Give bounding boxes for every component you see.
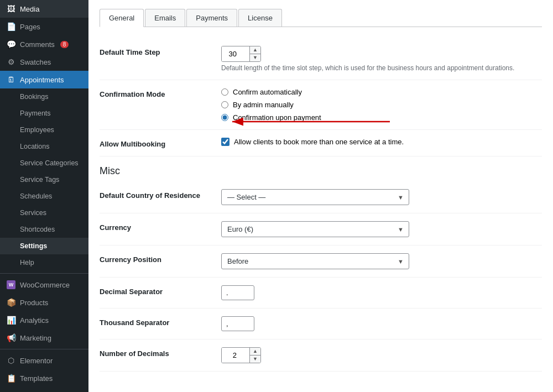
sidebar-item-label: Swatches bbox=[20, 58, 51, 66]
sidebar-item-payments[interactable]: Payments bbox=[0, 105, 88, 122]
tab-payments[interactable]: Payments bbox=[186, 9, 237, 27]
radio-manual-input[interactable] bbox=[221, 101, 228, 108]
form-row-multibooking: Allow Multibooking Allow clients to book… bbox=[100, 130, 542, 156]
sidebar-item-service-tags[interactable]: Service Tags bbox=[0, 171, 88, 188]
sidebar-item-label: Shortcodes bbox=[20, 226, 55, 233]
sidebar-item-comments[interactable]: 💬 Comments 8 bbox=[0, 35, 88, 53]
currency-position-control: Before ▼ bbox=[221, 253, 542, 269]
confirmation-mode-control: Confirm automatically By admin manually … bbox=[221, 88, 542, 122]
multibooking-checkbox[interactable] bbox=[221, 138, 229, 146]
number-decimals-input-wrap: ▲ ▼ bbox=[221, 347, 261, 363]
sidebar-item-analytics[interactable]: 📊 Analytics bbox=[0, 311, 88, 329]
form-row-thousand-separator: Thousand Separator bbox=[100, 309, 542, 339]
sidebar-item-settings[interactable]: Settings bbox=[0, 238, 88, 254]
time-step-hint: Default length of the time slot step, wh… bbox=[221, 64, 542, 72]
sidebar-item-label: Payments bbox=[20, 109, 51, 117]
radio-payment-label: Confirmation upon payment bbox=[233, 113, 321, 122]
multibooking-control: Allow clients to book more than one serv… bbox=[221, 138, 542, 146]
radio-payment-input[interactable] bbox=[221, 114, 228, 121]
media-icon: 🖼 bbox=[7, 4, 15, 13]
country-select[interactable]: — Select — bbox=[221, 189, 409, 205]
sidebar-item-media[interactable]: 🖼 Media bbox=[0, 0, 88, 18]
woocommerce-icon: W bbox=[7, 280, 15, 289]
pages-icon: 📄 bbox=[7, 22, 15, 31]
number-decimals-control: ▲ ▼ bbox=[221, 347, 542, 363]
currency-position-select[interactable]: Before bbox=[221, 253, 409, 269]
sidebar-item-products[interactable]: 📦 Products bbox=[0, 294, 88, 311]
radio-manual-label: By admin manually bbox=[233, 101, 294, 109]
products-icon: 📦 bbox=[7, 298, 15, 307]
sidebar-item-label: Analytics bbox=[20, 316, 49, 325]
sidebar-item-woocommerce[interactable]: W WooCommerce bbox=[0, 276, 88, 294]
sidebar-item-shortcodes[interactable]: Shortcodes bbox=[0, 221, 88, 238]
currency-control: Euro (€) ▼ bbox=[221, 221, 542, 237]
marketing-icon: 📢 bbox=[7, 333, 15, 342]
multibooking-checkbox-label[interactable]: Allow clients to book more than one serv… bbox=[221, 138, 542, 146]
sidebar-item-templates[interactable]: 📋 Templates bbox=[0, 369, 88, 387]
sidebar-item-label: Products bbox=[20, 299, 48, 307]
comments-icon: 💬 bbox=[7, 40, 15, 49]
confirmation-mode-radio-group: Confirm automatically By admin manually … bbox=[221, 88, 542, 122]
decimal-separator-input[interactable] bbox=[221, 285, 254, 300]
form-row-currency: Currency Euro (€) ▼ bbox=[100, 213, 542, 245]
sidebar-item-label: Pages bbox=[20, 23, 40, 31]
form-row-time-step: Default Time Step ▲ ▼ Default length of … bbox=[100, 38, 542, 80]
sidebar-item-label: Services bbox=[20, 209, 46, 217]
sidebar-item-label: Marketing bbox=[20, 334, 51, 342]
tab-general[interactable]: General bbox=[100, 9, 144, 27]
confirmation-mode-label: Confirmation Mode bbox=[100, 88, 221, 98]
sidebar-item-label: Locations bbox=[20, 143, 50, 150]
radio-manual[interactable]: By admin manually bbox=[221, 101, 542, 109]
number-decimals-input[interactable] bbox=[222, 348, 249, 363]
time-step-input[interactable] bbox=[222, 46, 249, 61]
number-decimals-decrement[interactable]: ▼ bbox=[250, 356, 260, 363]
sidebar-item-locations[interactable]: Locations bbox=[0, 138, 88, 155]
number-decimals-label: Number of Decimals bbox=[100, 347, 221, 358]
comments-badge: 8 bbox=[60, 41, 69, 48]
sidebar-item-label: Comments bbox=[20, 40, 55, 49]
sidebar-item-bookings[interactable]: Bookings bbox=[0, 88, 88, 105]
sidebar-item-elementor[interactable]: ⬡ Elementor bbox=[0, 352, 88, 369]
settings-tabs: General Emails Payments License bbox=[100, 9, 542, 27]
form-row-country: Default Country of Residence — Select — … bbox=[100, 181, 542, 213]
multibooking-hint: Allow clients to book more than one serv… bbox=[234, 138, 404, 146]
tab-emails[interactable]: Emails bbox=[145, 9, 185, 27]
radio-auto-input[interactable] bbox=[221, 88, 228, 96]
sidebar-item-services[interactable]: Services bbox=[0, 205, 88, 221]
sidebar-item-label: Media bbox=[20, 5, 39, 13]
sidebar-item-label: Appointments bbox=[20, 76, 64, 84]
time-step-increment[interactable]: ▲ bbox=[250, 46, 260, 54]
multibooking-label: Allow Multibooking bbox=[100, 138, 221, 148]
misc-heading: Misc bbox=[100, 156, 542, 181]
country-select-wrap: — Select — ▼ bbox=[221, 189, 409, 205]
thousand-separator-input[interactable] bbox=[221, 316, 254, 331]
sidebar-item-marketing[interactable]: 📢 Marketing bbox=[0, 329, 88, 347]
decimal-separator-label: Decimal Separator bbox=[100, 285, 221, 296]
form-row-currency-position: Currency Position Before ▼ bbox=[100, 245, 542, 278]
radio-payment[interactable]: Confirmation upon payment bbox=[221, 113, 542, 122]
time-step-decrement[interactable]: ▼ bbox=[250, 54, 260, 61]
time-step-control: ▲ ▼ Default length of the time slot step… bbox=[221, 46, 542, 72]
sidebar-item-pages[interactable]: 📄 Pages bbox=[0, 18, 88, 35]
sidebar-item-label: Service Tags bbox=[20, 176, 59, 184]
sidebar-item-label: WooCommerce bbox=[20, 281, 70, 289]
thousand-separator-label: Thousand Separator bbox=[100, 316, 221, 327]
sidebar-item-label: Employees bbox=[20, 126, 54, 134]
sidebar-item-service-categories[interactable]: Service Categories bbox=[0, 155, 88, 171]
tab-license[interactable]: License bbox=[238, 9, 282, 27]
number-decimals-increment[interactable]: ▲ bbox=[250, 348, 260, 356]
sidebar-item-label: Service Categories bbox=[20, 159, 79, 167]
currency-position-label: Currency Position bbox=[100, 253, 221, 264]
sidebar-item-schedules[interactable]: Schedules bbox=[0, 188, 88, 205]
sidebar-item-appointments[interactable]: 🗓 Appointments bbox=[0, 71, 88, 88]
sidebar-item-employees[interactable]: Employees bbox=[0, 122, 88, 138]
main-content: General Emails Payments License Default … bbox=[88, 0, 553, 392]
sidebar-item-swatches[interactable]: ⚙ Swatches bbox=[0, 53, 88, 71]
sidebar-item-help[interactable]: Help bbox=[0, 254, 88, 271]
currency-select[interactable]: Euro (€) bbox=[221, 221, 409, 237]
sidebar-item-label: Schedules bbox=[20, 192, 52, 200]
radio-auto[interactable]: Confirm automatically bbox=[221, 88, 542, 96]
radio-auto-label: Confirm automatically bbox=[233, 88, 302, 96]
time-step-spinners: ▲ ▼ bbox=[249, 46, 260, 61]
sidebar-divider-2 bbox=[0, 349, 88, 349]
